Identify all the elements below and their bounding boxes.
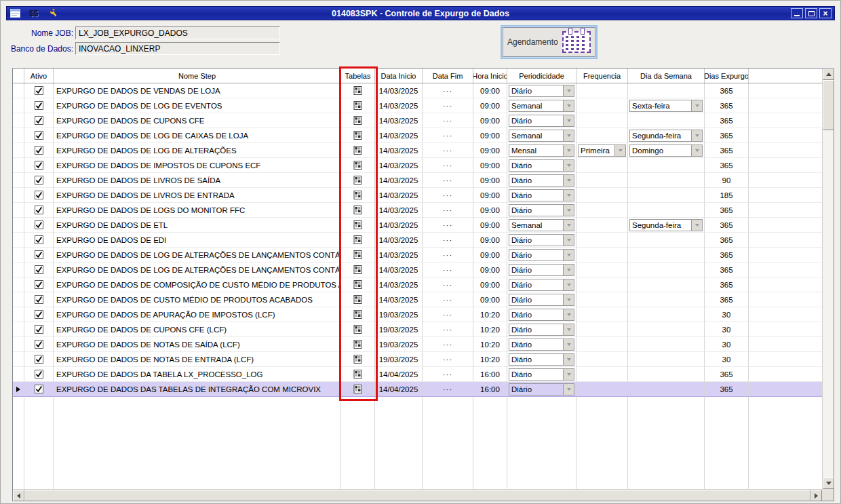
start-date-cell[interactable]: 19/03/2025 xyxy=(375,337,423,352)
column-header[interactable]: Dia da Semana xyxy=(628,69,705,83)
active-checkbox[interactable] xyxy=(35,325,43,334)
chevron-down-icon[interactable] xyxy=(691,220,702,231)
periodicidade-cell[interactable]: Semanal xyxy=(507,128,576,143)
chevron-down-icon[interactable] xyxy=(563,384,574,395)
tabelas-cell[interactable] xyxy=(341,188,375,203)
periodicidade-cell[interactable]: Diário xyxy=(507,233,576,248)
table-grid-icon[interactable] xyxy=(353,100,363,111)
dias-expurgo-cell[interactable]: 30 xyxy=(705,307,749,322)
dropdown-select[interactable]: Diário xyxy=(509,204,574,216)
dia-da-semana-cell[interactable]: Sexta-feira xyxy=(628,98,705,113)
periodicidade-cell[interactable]: Diário xyxy=(507,173,576,188)
end-date-ellipsis-cell[interactable]: ··· xyxy=(423,128,473,143)
start-date-cell[interactable]: 14/03/2025 xyxy=(375,98,423,113)
table-grid-icon[interactable] xyxy=(353,235,363,245)
start-date-cell[interactable]: 14/03/2025 xyxy=(375,263,423,277)
start-time-cell[interactable]: 10:20 xyxy=(473,352,507,367)
ativo-cell[interactable] xyxy=(24,128,54,143)
start-date-cell[interactable]: 14/03/2025 xyxy=(375,173,423,188)
active-checkbox[interactable] xyxy=(35,235,43,244)
start-date-cell[interactable]: 14/03/2025 xyxy=(375,277,423,292)
chevron-down-icon[interactable] xyxy=(563,369,574,380)
table-row[interactable]: EXPURGO DE DADOS DE NOTAS DE SAÍDA (LCF)… xyxy=(13,337,822,352)
dias-expurgo-cell[interactable]: 365 xyxy=(705,292,749,307)
frequencia-cell[interactable] xyxy=(576,352,628,367)
table-row[interactable]: EXPURGO DE DADOS DE NOTAS DE ENTRADA (LC… xyxy=(13,352,822,367)
start-date-cell[interactable]: 14/03/2025 xyxy=(375,113,423,128)
end-date-ellipsis-cell[interactable]: ··· xyxy=(423,277,473,292)
step-name-cell[interactable]: EXPURGO DE DADOS DE LOG DE ALTERAÇÕES xyxy=(54,143,341,158)
chevron-down-icon[interactable] xyxy=(563,160,574,171)
ativo-cell[interactable] xyxy=(24,382,54,397)
active-checkbox[interactable] xyxy=(35,355,43,364)
chevron-down-icon[interactable] xyxy=(563,339,574,350)
dias-expurgo-cell[interactable]: 185 xyxy=(705,188,749,203)
dia-da-semana-cell[interactable] xyxy=(628,337,705,352)
money-icon[interactable]: $$ xyxy=(29,8,37,19)
ativo-cell[interactable] xyxy=(24,352,54,367)
ativo-cell[interactable] xyxy=(24,158,54,173)
active-checkbox[interactable] xyxy=(35,176,43,185)
start-time-cell[interactable]: 09:00 xyxy=(473,158,507,173)
start-time-cell[interactable]: 10:20 xyxy=(473,307,507,322)
step-name-cell[interactable]: EXPURGO DE DADOS DE IMPOSTOS DE CUPONS E… xyxy=(54,158,341,173)
table-grid-icon[interactable] xyxy=(353,250,363,260)
tabelas-cell[interactable] xyxy=(341,158,375,173)
scroll-down-button[interactable] xyxy=(823,478,834,489)
frequencia-cell[interactable] xyxy=(576,218,628,233)
table-row[interactable]: EXPURGO DE DADOS DE LOG DE ALTERAÇÕES14/… xyxy=(13,143,822,158)
table-row[interactable]: EXPURGO DE DADOS DE VENDAS DE LOJA14/03/… xyxy=(13,83,822,98)
tabelas-cell[interactable] xyxy=(341,113,375,128)
periodicidade-cell[interactable]: Mensal xyxy=(507,143,576,158)
tabelas-cell[interactable] xyxy=(341,307,375,322)
table-row[interactable]: EXPURGO DE DADOS DE LOG DE ALTERAÇÕES DE… xyxy=(13,263,822,277)
scroll-right-button[interactable] xyxy=(810,490,822,501)
step-name-cell[interactable]: EXPURGO DE DADOS DE CUPONS CFE xyxy=(54,113,341,128)
dia-da-semana-cell[interactable] xyxy=(628,233,705,248)
end-date-ellipsis-cell[interactable]: ··· xyxy=(423,367,473,382)
chevron-down-icon[interactable] xyxy=(563,145,574,156)
dropdown-select[interactable]: Semanal xyxy=(509,100,574,112)
end-date-ellipsis-cell[interactable]: ··· xyxy=(423,113,473,128)
step-name-cell[interactable]: EXPURGO DE DADOS DE LOG DE ALTERAÇÕES DE… xyxy=(54,263,341,277)
chevron-down-icon[interactable] xyxy=(563,100,574,111)
dia-da-semana-cell[interactable]: Segunda-feira xyxy=(628,218,705,233)
start-date-cell[interactable]: 14/03/2025 xyxy=(375,233,423,248)
active-checkbox[interactable] xyxy=(35,265,43,274)
vertical-scrollbar[interactable] xyxy=(822,69,834,489)
dropdown-select[interactable]: Diário xyxy=(509,159,574,172)
dropdown-select[interactable]: Diário xyxy=(509,383,574,395)
start-time-cell[interactable]: 09:00 xyxy=(473,218,507,233)
frequencia-cell[interactable] xyxy=(576,98,628,113)
chevron-down-icon[interactable] xyxy=(563,115,574,126)
dia-da-semana-cell[interactable] xyxy=(628,173,705,188)
active-checkbox[interactable] xyxy=(35,220,43,229)
frequencia-cell[interactable] xyxy=(576,173,628,188)
periodicidade-cell[interactable]: Diário xyxy=(507,83,576,98)
dia-da-semana-cell[interactable] xyxy=(628,277,705,292)
start-time-cell[interactable]: 09:00 xyxy=(473,128,507,143)
tabelas-cell[interactable] xyxy=(341,263,375,277)
table-row[interactable]: EXPURGO DE DADOS DE LOG DE EVENTOS14/03/… xyxy=(13,98,822,113)
table-row[interactable]: EXPURGO DE DADOS DE CUPONS CFE (LCF)19/0… xyxy=(13,322,822,337)
dia-da-semana-cell[interactable] xyxy=(628,382,705,397)
tabelas-cell[interactable] xyxy=(341,218,375,233)
step-name-cell[interactable]: EXPURGO DE DADOS DE ETL xyxy=(54,218,341,233)
start-time-cell[interactable]: 09:00 xyxy=(473,173,507,188)
dropdown-select[interactable]: Diário xyxy=(509,368,574,381)
ativo-cell[interactable] xyxy=(24,188,54,203)
table-grid-icon[interactable] xyxy=(353,175,363,185)
dropdown-select[interactable]: Segunda-feira xyxy=(629,219,703,231)
table-row[interactable]: EXPURGO DE DADOS DAS TABELAS DE INTEGRAÇ… xyxy=(13,382,822,397)
periodicidade-cell[interactable]: Diário xyxy=(507,322,576,337)
table-row[interactable]: EXPURGO DE DADOS DE COMPOSIÇÃO DE CUSTO … xyxy=(13,277,822,292)
dropdown-select[interactable]: Diário xyxy=(509,279,574,291)
tabelas-cell[interactable] xyxy=(341,143,375,158)
column-header[interactable]: Data Fim xyxy=(423,69,473,83)
ativo-cell[interactable] xyxy=(24,218,54,233)
agendamento-button[interactable]: Agendamento xyxy=(503,27,595,57)
step-name-cell[interactable]: EXPURGO DE DADOS DE LIVROS DE ENTRADA xyxy=(54,188,341,203)
periodicidade-cell[interactable]: Diário xyxy=(507,263,576,277)
table-grid-icon[interactable] xyxy=(353,205,363,215)
dropdown-select[interactable]: Semanal xyxy=(509,219,574,231)
